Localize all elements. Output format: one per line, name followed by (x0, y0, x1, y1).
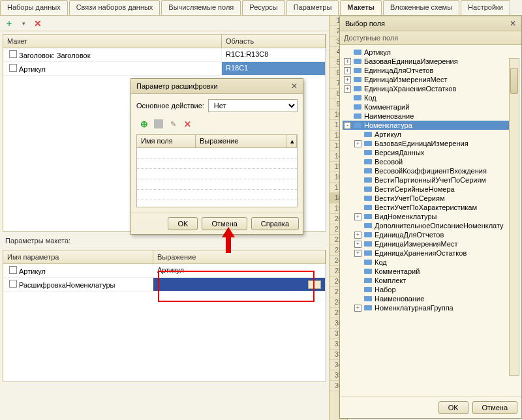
expand-icon[interactable]: + (344, 67, 351, 74)
tab-3[interactable]: Ресурсы (242, 0, 284, 15)
ok-button[interactable]: OK (438, 401, 468, 414)
tree-item[interactable]: Весовой (353, 157, 519, 166)
tree-item[interactable]: +ЕдиницаХраненияОстатков (353, 248, 519, 258)
tab-5[interactable]: Макеты (340, 0, 382, 15)
tree-item[interactable]: Комментарий (353, 267, 519, 276)
tree-item[interactable]: ВестиУчетПоСериям (353, 194, 519, 203)
field-icon (364, 150, 372, 155)
scrollbar[interactable] (509, 58, 519, 376)
collapse-icon[interactable]: - (344, 122, 351, 129)
field-chooser-titlebar[interactable]: Выбор поля ✕ (340, 16, 521, 31)
col-toggle[interactable]: ▴ (286, 135, 297, 147)
expand-icon[interactable]: + (344, 85, 351, 93)
tree-item[interactable]: ВестиУчетПоХарактеристикам (353, 203, 519, 212)
toggle-spacer (354, 222, 361, 230)
help-button[interactable]: Справка (251, 217, 299, 230)
toggle-spacer (354, 277, 361, 284)
tree-item[interactable]: ДополнительноеОписаниеНоменклату (353, 221, 519, 230)
tree-item[interactable]: Код (343, 93, 519, 102)
add-icon[interactable]: + (4, 18, 14, 29)
tab-0[interactable]: Наборы данных (0, 0, 68, 15)
field-tree[interactable]: Артикул+БазоваяЕдиницаИзмерения+ЕдиницаД… (340, 45, 521, 397)
tree-item[interactable]: Наименование (343, 112, 519, 121)
add-icon[interactable]: ⊕ (139, 119, 149, 129)
param-row[interactable]: АртикулАртикул (3, 264, 326, 278)
tab-4[interactable]: Параметры (286, 0, 339, 15)
tree-label: Артикул (375, 130, 401, 138)
tree-item[interactable]: ВестиСерийныеНомера (353, 185, 519, 194)
tree-item[interactable]: -Номенклатура (343, 121, 519, 130)
fields-grid-body[interactable] (137, 148, 297, 207)
layout-row[interactable]: АртикулR18C1 (3, 62, 326, 76)
scroll-thumb[interactable] (510, 68, 518, 94)
tree-item[interactable]: +ВидНоменклатуры (353, 212, 519, 221)
expand-icon[interactable]: + (354, 213, 361, 220)
tree-item[interactable]: +БазоваяЕдиницаИзмерения (343, 57, 519, 66)
ellipsis-button[interactable]: … (308, 280, 321, 289)
tree-label: ЕдиницаХраненияОстатков (375, 249, 467, 257)
col-area[interactable]: Область (222, 35, 326, 48)
expand-icon[interactable]: + (344, 58, 351, 65)
tree-label: Комплект (375, 277, 407, 284)
tree-item[interactable]: Артикул (343, 48, 519, 57)
tree-item[interactable]: +ЕдиницаИзмеренияМест (343, 75, 519, 84)
field-icon (354, 59, 361, 64)
param-row[interactable]: РасшифровкаНоменклатуры… (3, 278, 326, 292)
tree-item[interactable]: Набор (353, 285, 519, 294)
close-icon[interactable]: ✕ (510, 19, 516, 28)
tree-item[interactable]: Наименование (353, 294, 519, 303)
field-icon (354, 104, 361, 110)
edit-icon[interactable]: ✎ (168, 119, 178, 129)
toggle-spacer (344, 104, 351, 111)
col-param-name[interactable]: Имя параметра (3, 250, 153, 263)
layout-row[interactable]: Заголовок: ЗаголовокR1C1:R13C8 (3, 48, 326, 62)
tree-label: ЕдиницаИзмеренияМест (364, 76, 448, 83)
tree-item[interactable]: Артикул (353, 130, 519, 139)
expand-icon[interactable]: + (354, 250, 361, 257)
action-select[interactable]: Нет (208, 99, 298, 112)
expand-icon[interactable]: + (354, 305, 361, 312)
expand-icon[interactable]: + (354, 140, 361, 147)
tab-2[interactable]: Вычисляемые поля (161, 0, 241, 15)
ok-button[interactable]: OK (168, 217, 198, 230)
tab-6[interactable]: Вложенные схемы (383, 0, 459, 15)
field-icon (364, 260, 372, 265)
document-icon (9, 50, 17, 58)
tree-item[interactable]: ВестиПартионныйУчетПоСериям (353, 175, 519, 185)
tab-1[interactable]: Связи наборов данных (69, 0, 161, 15)
tree-item[interactable]: ВерсияДанных (353, 148, 519, 157)
tree-label: ВестиУчетПоХарактеристикам (375, 203, 477, 211)
expand-icon[interactable]: + (354, 232, 361, 239)
cancel-button[interactable]: Отмена (472, 401, 517, 414)
dropdown-icon[interactable]: ▾ (18, 18, 29, 29)
tree-item[interactable]: ВесовойКоэффициентВхождения (353, 166, 519, 175)
tree-item[interactable]: +БазоваяЕдиницаИзмерения (353, 139, 519, 148)
close-icon[interactable]: ✕ (291, 82, 298, 91)
expand-icon[interactable]: + (344, 76, 351, 83)
col-layout[interactable]: Макет (3, 35, 222, 48)
tree-item[interactable]: Комплект (353, 276, 519, 285)
tree-item[interactable]: Комментарий (343, 102, 519, 112)
col-param-expr[interactable]: Выражение (153, 250, 326, 263)
tree-item[interactable]: +ЕдиницаИзмеренияМест (353, 239, 519, 248)
toggle-spacer (354, 295, 361, 303)
field-icon (364, 305, 372, 310)
delete-icon[interactable]: ✕ (33, 18, 43, 29)
tree-label: Код (364, 94, 376, 102)
tree-item[interactable]: +ЕдиницаХраненияОстатков (343, 84, 519, 93)
dialog-titlebar[interactable]: Параметр расшифровки ✕ (131, 79, 303, 94)
tree-item[interactable]: +НоменклатурнаяГруппа (353, 303, 519, 312)
remove-icon[interactable]: ✕ (182, 119, 192, 129)
copy-icon[interactable] (153, 119, 164, 129)
available-fields-header: Доступные поля (340, 31, 521, 45)
tree-label: Комментарий (364, 103, 409, 111)
tab-7[interactable]: Настройки (461, 0, 510, 15)
tree-item[interactable]: Код (353, 258, 519, 267)
toggle-spacer (344, 95, 351, 102)
tree-item[interactable]: +ЕдиницаДляОтчетов (343, 66, 519, 75)
expand-icon[interactable]: + (354, 241, 361, 248)
tree-item[interactable]: +ЕдиницаДляОтчетов (353, 230, 519, 239)
col-expression[interactable]: Выражение (196, 135, 286, 147)
toggle-spacer (354, 131, 361, 138)
col-fieldname[interactable]: Имя поля (137, 135, 196, 147)
